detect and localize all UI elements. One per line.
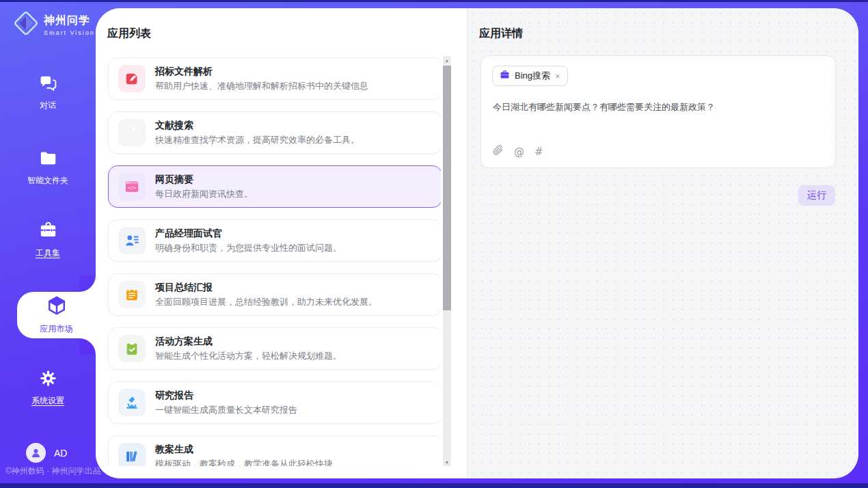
tool-tag-bing-search[interactable]: Bing搜索 × (492, 66, 568, 86)
app-card-name: 教案生成 (155, 444, 333, 456)
sidebar-item-label: 系统设置 (31, 395, 64, 407)
logo-title: 神州问学 (44, 14, 95, 28)
app-card-texts: 文献搜索快速精准查找学术资源，提高研究效率的必备工具。 (155, 120, 360, 146)
app-list: 招标文件解析帮助用户快速、准确地理解和解析招标书中的关键信息文献搜索快速精准查找… (96, 56, 441, 466)
user-account[interactable]: AD (26, 443, 67, 463)
chat-icon (39, 74, 57, 95)
app-card-name: 研究报告 (155, 390, 297, 402)
list-scrollbar[interactable]: ▲ ▼ (443, 56, 451, 466)
app-card-5[interactable]: 项目总结汇报全面回顾项目进展，总结经验教训，助力未来优化发展。 (108, 273, 441, 316)
app-card-name: 产品经理面试官 (155, 228, 342, 240)
logo-subtitle: Smart Vision (44, 29, 95, 36)
app-card-texts: 研究报告一键智能生成高质量长文本研究报告 (155, 390, 297, 416)
app-card-texts: 网页摘要每日政府新闻资讯快查。 (155, 174, 253, 200)
scrollbar-thumb[interactable] (443, 66, 451, 310)
sidebar-item-3[interactable]: 工具集 (0, 218, 96, 262)
app-card-4[interactable]: 产品经理面试官明确身份和职责，为您提供专业性的面试问题。 (108, 219, 441, 262)
copyright-footer: ©神州数码 · 神州问学出品 (5, 465, 101, 477)
prompt-input[interactable]: 今日湖北有哪些新闻要点？有哪些需要关注的最新政策？ (493, 101, 824, 113)
app-card-8[interactable]: 教案生成模板驱动，教案秒成，教学准备从此轻松快捷 (108, 435, 441, 466)
app-card-2[interactable]: 文献搜索快速精准查找学术资源，提高研究效率的必备工具。 (108, 111, 441, 154)
interviewer-icon (118, 227, 146, 254)
app-card-description: 智能生成个性化活动方案，轻松解决规划难题。 (155, 350, 342, 362)
edit-document-icon (118, 65, 146, 92)
attachment-icon[interactable] (492, 144, 504, 159)
clipboard-check-icon (118, 335, 146, 362)
memo-icon (118, 281, 146, 308)
app-card-3[interactable]: </>网页摘要每日政府新闻资讯快查。 (108, 165, 441, 208)
app-card-name: 招标文件解析 (155, 66, 368, 78)
app-card-texts: 项目总结汇报全面回顾项目进展，总结经验教训，助力未来优化发展。 (155, 282, 377, 308)
books-icon (118, 443, 146, 466)
content-window: 应用列表 招标文件解析帮助用户快速、准确地理解和解析招标书中的关键信息文献搜索快… (96, 8, 858, 478)
run-button[interactable]: 运行 (798, 185, 835, 206)
tool-tag-label: Bing搜索 (515, 70, 550, 82)
folder-icon (39, 149, 57, 170)
sidebar-item-label: 应用市场 (40, 323, 73, 335)
sidebar: 神州问学 Smart Vision 对话智能文件夹工具集应用市场系统设置 AD … (0, 2, 96, 483)
avatar[interactable] (26, 443, 46, 463)
app-card-description: 快速精准查找学术资源，提高研究效率的必备工具。 (155, 134, 360, 146)
app-card-name: 文献搜索 (155, 120, 360, 132)
app-card-7[interactable]: 研究报告一键智能生成高质量长文本研究报告 (108, 381, 441, 424)
sidebar-item-label: 对话 (40, 100, 56, 111)
mention-icon[interactable]: @ (514, 146, 524, 158)
sidebar-item-1[interactable]: 对话 (0, 70, 96, 114)
close-icon[interactable]: × (555, 72, 560, 81)
prompt-card: Bing搜索 × 今日湖北有哪些新闻要点？有哪些需要关注的最新政策？ @# (480, 55, 836, 168)
input-toolbar: @# (492, 144, 543, 159)
sidebar-item-label: 工具集 (36, 247, 60, 259)
app-card-texts: 产品经理面试官明确身份和职责，为您提供专业性的面试问题。 (155, 228, 342, 254)
app-card-1[interactable]: 招标文件解析帮助用户快速、准确地理解和解析招标书中的关键信息 (108, 57, 441, 100)
app-card-description: 一键智能生成高质量长文本研究报告 (155, 404, 297, 416)
sidebar-item-label: 智能文件夹 (27, 175, 68, 187)
app-card-texts: 活动方案生成智能生成个性化活动方案，轻松解决规划难题。 (155, 336, 342, 362)
logo-diamond-icon (14, 11, 38, 38)
scroll-up-icon[interactable]: ▲ (443, 56, 451, 64)
sidebar-item-4[interactable]: 应用市场 (17, 292, 96, 338)
app-card-description: 明确身份和职责，为您提供专业性的面试问题。 (155, 242, 342, 254)
sidebar-item-5[interactable]: 系统设置 (0, 366, 96, 409)
hash-icon[interactable]: # (534, 146, 543, 158)
app-card-name: 项目总结汇报 (155, 282, 377, 294)
briefcase-icon (500, 70, 510, 83)
app-logo: 神州问学 Smart Vision (14, 11, 95, 38)
app-card-description: 每日政府新闻资讯快查。 (155, 188, 253, 200)
app-card-texts: 教案生成模板驱动，教案秒成，教学准备从此轻松快捷 (155, 444, 333, 467)
app-root: 神州问学 Smart Vision 对话智能文件夹工具集应用市场系统设置 AD … (0, 0, 868, 488)
app-detail-panel: 应用详情 Bing搜索 × 今日湖北有哪些新闻要点？有哪些需要关注的最新政策？ … (467, 8, 858, 478)
app-detail-title: 应用详情 (479, 27, 523, 41)
app-card-description: 帮助用户快速、准确地理解和解析招标书中的关键信息 (155, 80, 368, 92)
app-card-description: 全面回顾项目进展，总结经验教训，助力未来优化发展。 (155, 296, 377, 308)
gear-icon (39, 369, 57, 390)
toolbox-icon (39, 221, 57, 243)
app-list-panel: 应用列表 招标文件解析帮助用户快速、准确地理解和解析招标书中的关键信息文献搜索快… (96, 8, 467, 478)
browser-code-icon: </> (118, 173, 146, 200)
app-card-name: 网页摘要 (155, 174, 253, 186)
app-card-texts: 招标文件解析帮助用户快速、准确地理解和解析招标书中的关键信息 (155, 66, 368, 92)
microscope-icon (118, 389, 146, 416)
user-initials: AD (54, 448, 67, 459)
app-list-title: 应用列表 (107, 27, 151, 41)
sidebar-item-2[interactable]: 智能文件夹 (0, 146, 96, 189)
svg-text:</>: </> (128, 185, 136, 191)
cube-icon (46, 295, 67, 318)
scroll-down-icon[interactable]: ▼ (443, 458, 451, 466)
app-card-6[interactable]: 活动方案生成智能生成个性化活动方案，轻松解决规划难题。 (108, 327, 441, 370)
book-icon (118, 119, 146, 146)
app-card-description: 模板驱动，教案秒成，教学准备从此轻松快捷 (155, 458, 333, 467)
app-card-name: 活动方案生成 (155, 336, 342, 348)
